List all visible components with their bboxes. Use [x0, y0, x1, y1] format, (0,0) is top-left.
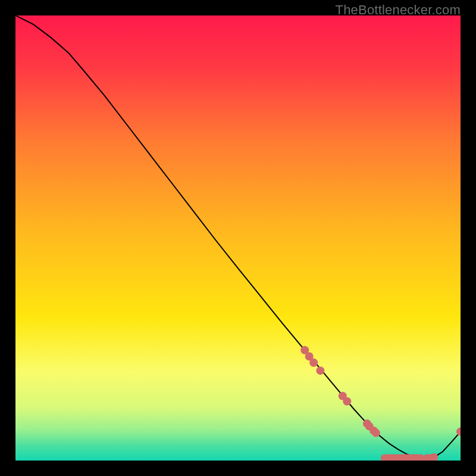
marker-dot [343, 397, 351, 406]
marker-dot [309, 358, 318, 367]
marker-dot [372, 429, 380, 437]
chart-svg [15, 15, 461, 461]
marker-dot [316, 367, 324, 375]
chart-plot-area [15, 15, 461, 461]
watermark-label: TheBottlenecker.com [336, 2, 461, 18]
chart-stage: TheBottlenecker.com [0, 0, 476, 476]
chart-background [15, 15, 461, 461]
